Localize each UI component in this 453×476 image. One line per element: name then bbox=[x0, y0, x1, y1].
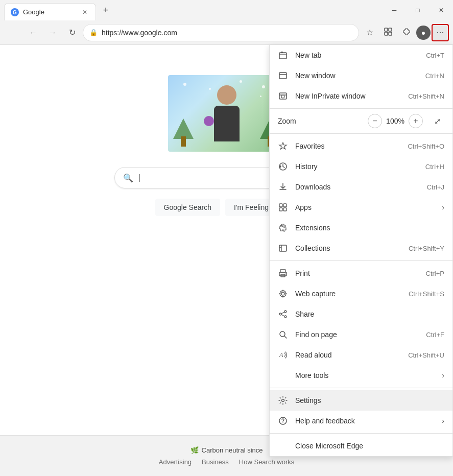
menu-item-history[interactable]: History Ctrl+H bbox=[270, 156, 452, 177]
new-window-label: New window bbox=[295, 72, 418, 80]
active-tab[interactable]: G Google ✕ bbox=[4, 3, 96, 20]
menu-item-apps[interactable]: Apps › bbox=[270, 197, 452, 218]
menu-item-inprivate[interactable]: New InPrivate window Ctrl+Shift+N bbox=[270, 86, 452, 106]
inprivate-label: New InPrivate window bbox=[295, 92, 401, 100]
svg-rect-12 bbox=[279, 204, 282, 207]
help-label: Help and feedback bbox=[295, 417, 427, 425]
doodle-body bbox=[214, 106, 240, 141]
extensions-icon bbox=[402, 27, 411, 38]
svg-rect-7 bbox=[281, 52, 283, 53]
settings-label: Settings bbox=[295, 396, 437, 404]
readaloud-menu-icon: A bbox=[278, 350, 288, 360]
settings-menu-icon bbox=[278, 395, 288, 406]
menu-button[interactable]: ··· bbox=[432, 24, 449, 41]
snow-5 bbox=[262, 85, 265, 88]
downloads-menu-icon bbox=[278, 182, 288, 192]
svg-point-23 bbox=[284, 311, 287, 313]
zoom-minus-button[interactable]: − bbox=[368, 114, 382, 128]
menu-item-print[interactable]: Print Ctrl+P bbox=[270, 263, 452, 283]
forward-button[interactable]: → bbox=[44, 24, 61, 41]
address-bar: ← → ↻ 🔒 https://www.google.com ☆ bbox=[0, 20, 453, 45]
doodle-head bbox=[217, 85, 236, 105]
menu-item-new-tab[interactable]: New tab Ctrl+T bbox=[270, 45, 452, 65]
url-text: https://www.google.com bbox=[102, 29, 352, 37]
svg-text:A: A bbox=[279, 351, 283, 359]
new-tab-label: New tab bbox=[295, 51, 419, 59]
menu-item-webcapture[interactable]: Web capture Ctrl+Shift+S bbox=[270, 283, 452, 304]
tab-title: Google bbox=[23, 8, 76, 16]
print-shortcut: Ctrl+P bbox=[426, 270, 444, 277]
print-label: Print bbox=[295, 269, 419, 277]
svg-point-28 bbox=[282, 399, 284, 402]
collections-icon bbox=[384, 27, 393, 38]
divider-4 bbox=[270, 388, 452, 388]
downloads-label: Downloads bbox=[295, 183, 420, 191]
collections-button[interactable] bbox=[379, 24, 397, 41]
profile-avatar[interactable]: ● bbox=[416, 26, 431, 40]
menu-item-readaloud[interactable]: A Read aloud Ctrl+Shift+U bbox=[270, 345, 452, 365]
menu-item-settings[interactable]: Settings bbox=[270, 390, 452, 411]
svg-point-20 bbox=[285, 274, 286, 275]
minimize-button[interactable]: ─ bbox=[383, 0, 406, 20]
how-search-works-link[interactable]: How Search works bbox=[239, 458, 294, 466]
menu-item-extensions[interactable]: Extensions bbox=[270, 218, 452, 238]
menu-item-favorites[interactable]: Favorites Ctrl+Shift+O bbox=[270, 136, 452, 156]
menu-item-help[interactable]: Help and feedback › bbox=[270, 411, 452, 431]
close-window-button[interactable]: ✕ bbox=[430, 0, 453, 20]
back-button[interactable]: ← bbox=[25, 24, 42, 41]
find-menu-icon bbox=[278, 329, 288, 340]
menu-icon: ··· bbox=[436, 27, 444, 38]
tree-left bbox=[173, 118, 194, 147]
downloads-shortcut: Ctrl+J bbox=[427, 183, 444, 191]
close-edge-label: Close Microsoft Edge bbox=[295, 442, 444, 450]
zoom-controls: − 100% + bbox=[368, 114, 423, 128]
extensions-menu-icon bbox=[278, 223, 288, 233]
new-tab-button[interactable]: + bbox=[98, 3, 113, 18]
zoom-row[interactable]: Zoom − 100% + ⤢ bbox=[270, 111, 452, 131]
menu-item-close-edge[interactable]: Close Microsoft Edge bbox=[270, 436, 452, 456]
apps-arrow: › bbox=[442, 203, 444, 211]
search-icon: 🔍 bbox=[123, 173, 133, 183]
svg-text:G: G bbox=[13, 10, 17, 15]
print-menu-icon bbox=[278, 268, 288, 278]
snow-4 bbox=[260, 96, 261, 97]
favorites-button[interactable]: ☆ bbox=[361, 24, 378, 41]
divider-2 bbox=[270, 133, 452, 134]
divider-5 bbox=[270, 433, 452, 434]
svg-point-25 bbox=[284, 316, 287, 318]
refresh-button[interactable]: ↻ bbox=[63, 24, 81, 41]
close-edge-icon bbox=[278, 441, 288, 451]
menu-item-new-window[interactable]: New window Ctrl+N bbox=[270, 65, 452, 86]
svg-rect-4 bbox=[385, 32, 388, 35]
menu-item-downloads[interactable]: Downloads Ctrl+J bbox=[270, 177, 452, 197]
svg-rect-8 bbox=[279, 73, 287, 79]
lock-icon: 🔒 bbox=[89, 29, 98, 36]
svg-point-22 bbox=[281, 292, 284, 295]
webcapture-shortcut: Ctrl+Shift+S bbox=[409, 290, 444, 298]
toolbar-icons: ☆ ● ··· bbox=[361, 24, 449, 41]
inprivate-icon bbox=[278, 91, 288, 101]
favorites-shortcut: Ctrl+Shift+O bbox=[408, 142, 444, 150]
moretools-menu-icon bbox=[278, 370, 288, 380]
tab-close-button[interactable]: ✕ bbox=[80, 8, 89, 17]
business-link[interactable]: Business bbox=[202, 458, 229, 466]
refresh-icon: ↻ bbox=[69, 28, 76, 37]
zoom-fullscreen-button[interactable]: ⤢ bbox=[430, 114, 444, 128]
apps-label: Apps bbox=[295, 203, 427, 211]
menu-item-moretools[interactable]: More tools › bbox=[270, 365, 452, 386]
menu-item-find[interactable]: Find on page Ctrl+F bbox=[270, 324, 452, 345]
find-label: Find on page bbox=[295, 330, 419, 339]
share-menu-icon bbox=[278, 309, 288, 319]
help-arrow: › bbox=[442, 417, 444, 425]
menu-item-share[interactable]: Share bbox=[270, 304, 452, 324]
extensions-label: Extensions bbox=[295, 224, 437, 232]
maximize-button[interactable]: □ bbox=[406, 0, 430, 20]
menu-item-collections[interactable]: Collections Ctrl+Shift+Y bbox=[270, 238, 452, 258]
advertising-link[interactable]: Advertising bbox=[159, 458, 192, 466]
readaloud-shortcut: Ctrl+Shift+U bbox=[408, 351, 444, 359]
svg-rect-2 bbox=[385, 28, 388, 31]
url-bar[interactable]: 🔒 https://www.google.com bbox=[83, 24, 359, 41]
google-search-button[interactable]: Google Search bbox=[155, 199, 220, 216]
zoom-plus-button[interactable]: + bbox=[409, 114, 423, 128]
extensions-button[interactable] bbox=[398, 24, 415, 41]
